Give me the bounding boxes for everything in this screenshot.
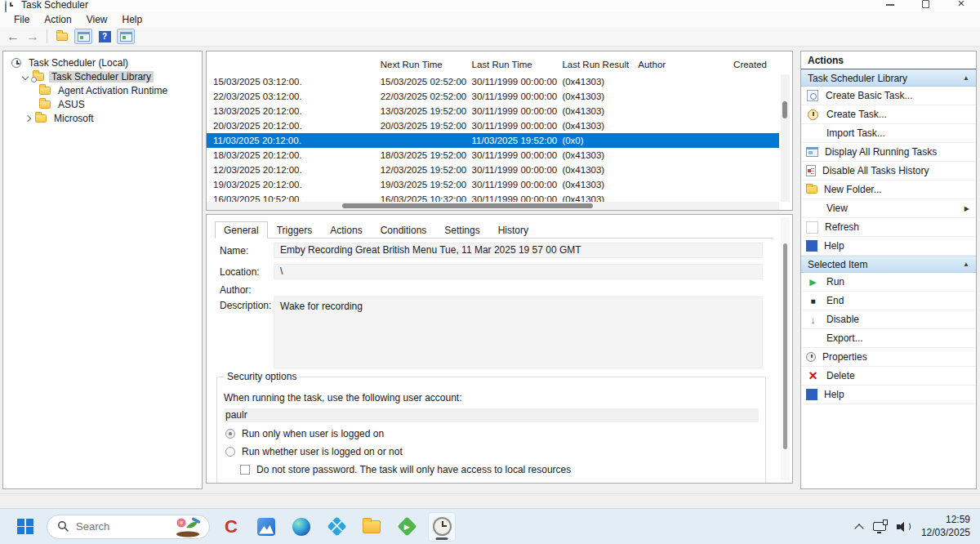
forward-button[interactable]: → [24,29,41,44]
tab[interactable]: History [489,221,537,239]
action-item[interactable]: Disable ▶ [801,310,976,329]
action-item[interactable]: Help ▶ [801,386,976,404]
start-button[interactable] [11,512,39,542]
column-next-run-time[interactable]: Next Run Time [381,60,472,69]
detail-vertical-scrollbar[interactable] [781,217,790,480]
chevron-right-icon[interactable] [24,114,31,121]
column-author[interactable]: Author [638,60,733,69]
table-row[interactable]: 15/03/2025 03:12:00. 15/03/2025 02:52:00… [207,74,779,89]
tree-item-asus[interactable]: ASUS [3,97,202,111]
up-folder-button[interactable] [53,29,71,44]
checkbox-icon[interactable] [240,483,250,484]
menu-item[interactable]: Help [115,13,150,26]
taskbar-app-photos[interactable] [252,512,280,542]
action-item[interactable]: Help ▶ [801,237,976,256]
action-item[interactable]: Delete ▶ [801,367,976,386]
tab[interactable]: Conditions [372,221,436,239]
action-item[interactable]: Properties ▶ [801,348,976,367]
console-tree-icon [78,32,90,42]
taskbar-app-file-explorer[interactable] [358,512,385,542]
action-item[interactable]: Display All Running Tasks ▶ [801,143,976,162]
action-item[interactable]: End ▶ [801,292,976,310]
radio-selected-icon[interactable] [225,429,235,439]
column-last-run-time[interactable]: Last Run Time [472,60,563,69]
action-item[interactable]: Create Task... ▶ [801,105,976,124]
menu-item[interactable]: File [7,13,37,26]
tab[interactable]: Triggers [268,221,322,239]
selected-item-section-header[interactable]: Selected Item ▲ [801,256,976,273]
table-row[interactable]: 20/03/2025 20:12:00. 20/03/2025 19:52:00… [207,118,779,133]
action-item[interactable]: Export... ▶ [801,329,976,348]
security-options-group: Security options When running the task, … [216,377,766,484]
scrollbar-thumb[interactable] [782,101,787,118]
task-scheduler-window: Task Scheduler × FileActionViewHelp ← → … [0,0,980,544]
action-item[interactable]: Disable All Tasks History ▶ [801,162,976,181]
radio-run-whether[interactable]: Run whether user is logged on or not [225,446,403,457]
action-item[interactable]: New Folder... ▶ [801,181,976,199]
task-rows: 15/03/2025 03:12:00. 15/03/2025 02:52:00… [207,74,779,202]
menu-bar: FileActionViewHelp [0,12,980,27]
table-row[interactable]: 11/03/2025 20:12:00. 11/03/2025 19:52:00… [207,133,779,148]
tree-item-library[interactable]: Task Scheduler Library [3,69,202,83]
column-last-run-result[interactable]: Last Run Result [562,60,638,69]
new-folder-icon [806,185,817,194]
scrollbar-thumb[interactable] [783,243,787,449]
action-pane-icon [120,32,132,42]
table-row[interactable]: 18/03/2025 20:12:00. 18/03/2025 19:52:00… [207,148,779,163]
tray-overflow-icon[interactable] [854,524,863,533]
action-pane-toggle-button[interactable] [117,29,135,44]
taskbar-app-edge[interactable] [287,512,315,542]
help-toolbar-button[interactable]: ? [96,29,114,44]
tab[interactable]: Actions [321,221,371,239]
action-item[interactable]: Create Basic Task... ▶ [801,87,976,105]
action-item[interactable]: View ▶ [801,199,976,218]
minimize-button[interactable] [876,0,904,11]
network-icon[interactable] [873,522,886,531]
table-row[interactable]: 19/03/2025 20:12:00. 19/03/2025 19:52:00… [207,177,779,192]
tab[interactable]: Settings [435,221,488,239]
action-item[interactable]: Refresh ▶ [801,218,976,237]
taskbar-app-task-scheduler[interactable] [428,512,456,542]
close-button[interactable]: × [947,0,975,11]
scrollbar-thumb[interactable] [342,203,593,208]
taskbar-app-emby[interactable]: ▶ [393,512,421,542]
tree-item-microsoft[interactable]: Microsoft [3,111,202,125]
table-row[interactable]: 13/03/2025 20:12:00. 13/03/2025 19:52:00… [207,104,779,118]
checkbox-icon[interactable] [240,465,250,475]
tray-time: 12:59 [921,514,970,527]
checkbox-highest-privileges[interactable]: Run with highest privileges [240,482,373,484]
tray-clock[interactable]: 12:59 12/03/2025 [921,514,970,539]
taskbar-app-kodi[interactable] [323,512,350,542]
radio-icon[interactable] [225,447,235,457]
checkbox-no-password[interactable]: Do not store password. The task will onl… [240,464,571,475]
column-created[interactable]: Created [733,60,779,69]
console-tree-toggle-button[interactable] [74,29,92,44]
tree-item-root[interactable]: Task Scheduler (Local) [3,56,202,69]
table-row[interactable]: 12/03/2025 20:12:00. 12/03/2025 19:52:00… [207,163,779,177]
action-item[interactable]: Run ▶ [801,273,976,292]
tree-item-agent-activation-runtime[interactable]: Agent Activation Runtime [3,83,202,97]
horizontal-scrollbar[interactable] [207,202,779,210]
library-section-header[interactable]: Task Scheduler Library ▲ [801,69,976,87]
speaker-icon[interactable] [897,521,911,533]
search-input[interactable] [76,520,165,533]
radio-run-logged-on[interactable]: Run only when user is logged on [225,428,384,439]
tab[interactable]: General [215,221,268,239]
menu-item[interactable]: Action [37,13,78,26]
action-item[interactable]: Import Task... ▶ [801,124,976,143]
location-label: Location: [220,266,260,278]
chevron-down-icon[interactable] [22,73,29,79]
table-row[interactable]: 16/03/2025 10:52:00. 16/03/2025 10:32:00… [207,192,779,202]
collapse-icon[interactable]: ▲ [963,74,969,82]
taskbar-app-ccleaner[interactable]: C [217,512,245,542]
photos-icon [257,518,275,536]
back-button[interactable]: ← [5,29,21,44]
collapse-icon[interactable]: ▲ [963,261,969,268]
menu-item[interactable]: View [79,13,115,26]
search-box[interactable] [47,515,210,539]
actions-panel: Actions Task Scheduler Library ▲ Create … [800,51,977,489]
table-row[interactable]: 22/03/2025 03:12:00. 22/03/2025 02:52:00… [207,89,779,104]
folder-icon [39,100,51,109]
maximize-button[interactable] [911,0,939,11]
vertical-scrollbar[interactable] [781,74,790,202]
